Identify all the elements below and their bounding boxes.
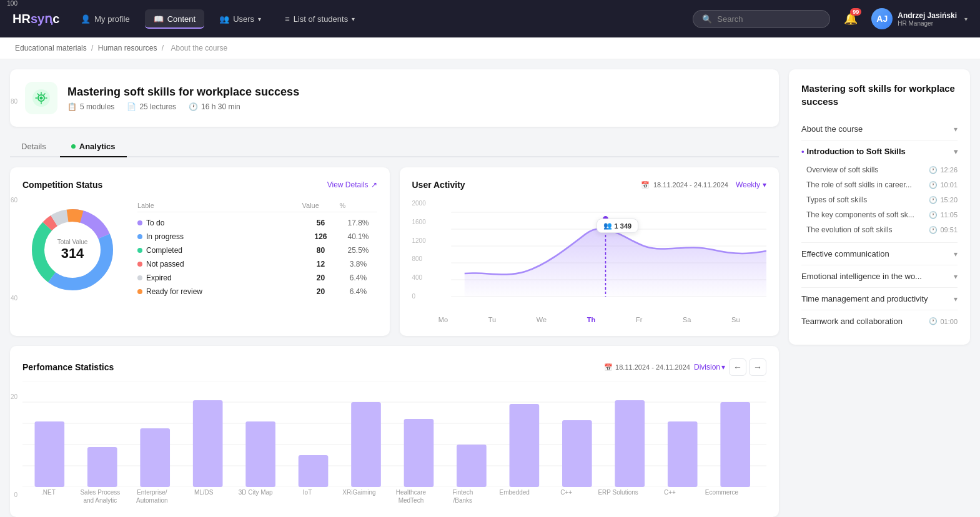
- perf-nav: ← →: [729, 358, 766, 376]
- legend-label: Not passed: [137, 260, 302, 268]
- tab-analytics[interactable]: Analytics: [60, 137, 127, 157]
- svg-rect-34: [668, 421, 698, 487]
- sidebar-course-title: Mastering soft skills for workplace succ…: [801, 82, 958, 108]
- svg-rect-31: [510, 404, 540, 487]
- search-bar[interactable]: 🔍: [693, 10, 830, 28]
- sidebar-sub-overview[interactable]: Overview of soft skills 🕐 12:26: [806, 162, 958, 177]
- sidebar-teamwork-header[interactable]: Teamwork and collaboration 🕐 01:00: [801, 310, 958, 332]
- sidebar-emotional-section: Emotional intelligence in the wo... ▾: [801, 265, 958, 288]
- intro-chevron-icon: ▾: [954, 147, 958, 156]
- sidebar-sub-components[interactable]: The key components of soft sk... 🕐 11:05: [806, 207, 958, 222]
- svg-rect-27: [299, 455, 329, 487]
- sidebar-teamwork-section: Teamwork and collaboration 🕐 01:00: [801, 310, 958, 332]
- legend-headers: Lable Value %: [137, 202, 377, 212]
- sidebar-emotional-header[interactable]: Emotional intelligence in the wo... ▾: [801, 265, 958, 287]
- bar-chart-container: 100 80 60 40 20 0: [22, 381, 766, 505]
- tabs: Details Analytics: [10, 137, 779, 157]
- activity-title: User Activity: [412, 180, 465, 190]
- donut-chart: Total Value 314: [22, 200, 122, 300]
- line-chart-svg: [412, 200, 767, 312]
- modules-meta: 📋 5 modules: [67, 102, 114, 111]
- bar-label-ecommerce: Ecommerce: [696, 488, 748, 505]
- breadcrumb-human-resources[interactable]: Human resources: [98, 44, 157, 52]
- legend-dot-icon: [137, 262, 142, 267]
- legend-pct: 40.1%: [340, 232, 377, 241]
- notification-bell[interactable]: 🔔 99: [844, 12, 858, 26]
- bar-label-cpp2: C++: [644, 488, 696, 505]
- clock-sub-icon5: 🕐: [929, 226, 938, 234]
- nav-my-profile[interactable]: 👤 My profile: [72, 9, 138, 29]
- sidebar-intro-header[interactable]: •Introduction to Soft Skills ▾: [801, 140, 958, 162]
- tab-details-label: Details: [21, 142, 46, 151]
- intro-bullet: •: [801, 147, 804, 156]
- effective-chevron-icon: ▾: [954, 250, 958, 258]
- perf-prev-button[interactable]: ←: [729, 358, 746, 376]
- bar-label-healthcare: HealthcareMedTech: [385, 488, 437, 505]
- view-details-link[interactable]: View Details ↗: [327, 180, 377, 189]
- bar-label-enterprise: Enterprise/Automation: [126, 488, 178, 505]
- breadcrumb-educational[interactable]: Educational materials: [15, 44, 87, 52]
- svg-rect-24: [140, 428, 170, 487]
- profile-nav-icon: 👤: [81, 14, 91, 24]
- logo-accent: sy: [31, 12, 44, 26]
- nav-list-of-students[interactable]: ≡ List of students ▾: [276, 9, 364, 29]
- svg-rect-28: [351, 402, 381, 487]
- legend-row: To do 56 17.8%: [137, 216, 377, 230]
- components-time: 🕐 11:05: [929, 211, 958, 219]
- sidebar-sub-evolution[interactable]: The evolution of soft skills 🕐 09:51: [806, 222, 958, 237]
- overview-time: 🕐 12:26: [929, 166, 958, 174]
- sidebar-sub-types[interactable]: Types of soft skills 🕐 15:20: [806, 192, 958, 207]
- legend-value: 12: [302, 260, 340, 268]
- clock-sub-icon4: 🕐: [929, 211, 938, 219]
- svg-rect-26: [245, 421, 275, 487]
- bar-chart-svg: [22, 381, 766, 487]
- bar-label-iot: IoT: [282, 488, 334, 505]
- division-filter[interactable]: Division ▾: [694, 363, 725, 372]
- clock-sub-icon: 🕐: [929, 166, 938, 174]
- nav-content-label: Content: [167, 14, 196, 24]
- legend-pct: 6.4%: [340, 273, 377, 282]
- legend-value: 20: [302, 273, 340, 282]
- sidebar-effective-header[interactable]: Effective communication ▾: [801, 243, 958, 265]
- sidebar-about-header[interactable]: About the course ▾: [801, 118, 958, 140]
- bar-x-labels: .NET Sales Processand Analytic Enterpris…: [22, 488, 766, 505]
- legend-label: Completed: [137, 246, 302, 255]
- bar-chart-svg-container: [22, 381, 766, 487]
- content-nav-icon: 📖: [154, 14, 164, 24]
- navbar: HRsyꞑc 👤 My profile 📖 Content 👥 Users ▾ …: [0, 0, 980, 37]
- legend-pct: 6.4%: [340, 287, 377, 296]
- avatar: AJ: [871, 8, 893, 29]
- evolution-time: 🕐 09:51: [929, 226, 958, 234]
- competition-status-card: Competition Status View Details ↗: [10, 167, 390, 336]
- svg-rect-30: [457, 445, 487, 487]
- legend-row: Ready for review 20 6.4%: [137, 285, 377, 298]
- users-chevron-icon: ▾: [258, 16, 261, 22]
- profile-name: Andrzej Jasiński: [898, 11, 957, 20]
- search-input[interactable]: [717, 14, 821, 24]
- bar-label-xri: XRiGaiming: [334, 488, 385, 505]
- lectures-meta: 📄 25 lectures: [127, 102, 176, 111]
- sidebar-effective-section: Effective communication ▾: [801, 243, 958, 265]
- breadcrumb-sep2: /: [162, 44, 166, 52]
- bar-label-erp: ERP Solutions: [592, 488, 644, 505]
- nav-users[interactable]: 👥 Users ▾: [210, 9, 270, 29]
- nav-users-label: Users: [233, 14, 254, 24]
- bar-label-cpp1: C++: [540, 488, 592, 505]
- x-axis-labels: Mo Tu We Th Fr Sa Su: [412, 316, 767, 323]
- main-layout: Mastering soft skills for workplace succ…: [0, 59, 980, 517]
- sidebar-sub-role[interactable]: The role of soft skills in career... 🕐 1…: [806, 177, 958, 192]
- sidebar-time-header[interactable]: Time management and productivity ▾: [801, 288, 958, 310]
- perf-header: Perfomance Statistics 📅 18.11.2024 - 24.…: [22, 358, 766, 376]
- profile-role: HR Manager: [898, 20, 957, 27]
- bar-label-fintech: Fintech/Banks: [437, 488, 488, 505]
- profile-menu[interactable]: AJ Andrzej Jasiński HR Manager ▾: [871, 8, 968, 29]
- nav-content[interactable]: 📖 Content: [145, 9, 205, 29]
- legend-label: In progress: [137, 232, 302, 241]
- legend-pct: 17.8%: [340, 219, 377, 227]
- perf-next-button[interactable]: →: [749, 358, 766, 376]
- activity-filter[interactable]: Weekly ▾: [736, 180, 766, 189]
- clock-sub-icon2: 🕐: [929, 181, 938, 189]
- division-chevron-icon: ▾: [721, 363, 725, 372]
- bar-chart-inner: .NET Sales Processand Analytic Enterpris…: [22, 381, 766, 505]
- nav-my-profile-label: My profile: [94, 14, 129, 24]
